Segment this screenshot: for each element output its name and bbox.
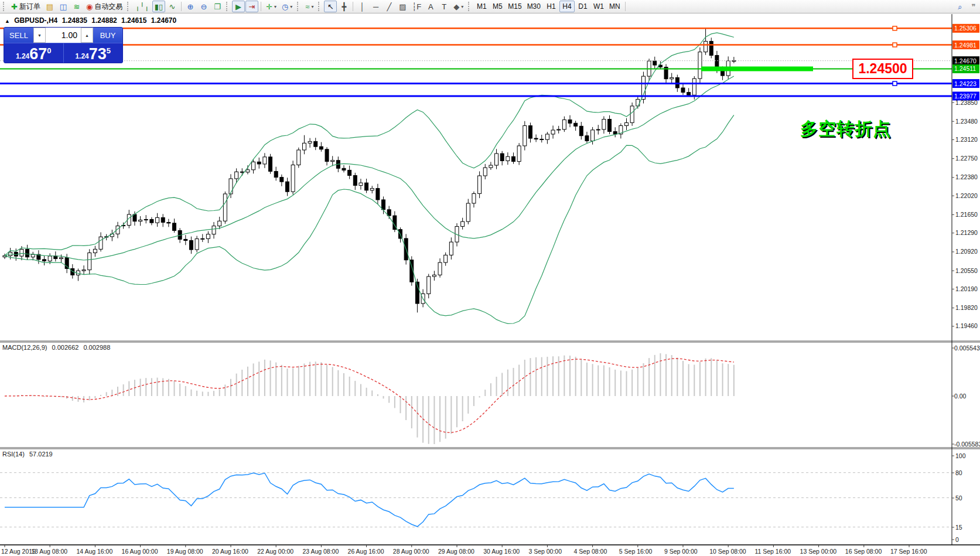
candle-body xyxy=(60,258,63,259)
market-watch-button[interactable]: ▤ xyxy=(43,1,56,12)
time-tick-label: 26 Aug 16:00 xyxy=(348,548,384,555)
indicators-button[interactable]: ✛▾ xyxy=(264,1,279,12)
time-tick-label: 23 Aug 08:00 xyxy=(302,548,339,555)
timeframe-mn-button[interactable]: MN xyxy=(607,1,623,12)
new-order-button[interactable]: ✚新订单 xyxy=(9,1,43,12)
timeframe-h4-button[interactable]: H4 xyxy=(559,1,575,12)
macd-signal-line xyxy=(5,359,734,433)
candle-body xyxy=(353,176,357,186)
text-icon: A xyxy=(428,3,433,11)
chat-button[interactable]: ❞ xyxy=(967,1,980,12)
collapse-panel-icon[interactable]: ▲ xyxy=(5,18,10,24)
price-tick-label: 1.22380 xyxy=(955,173,978,180)
bar-chart-button[interactable]: ╷╵╷ xyxy=(133,1,151,12)
price-tick-label: 1.23850 xyxy=(955,99,978,106)
macd-tick-label: 0.00 xyxy=(954,393,967,400)
candlestick-chart-button[interactable]: ▮▯ xyxy=(152,1,165,12)
candle-body xyxy=(348,170,351,175)
candle-body xyxy=(319,146,323,149)
timeframe-m30-button[interactable]: M30 xyxy=(525,1,543,12)
data-window-button[interactable]: ◫ xyxy=(57,1,70,12)
search-button[interactable]: ⌕ xyxy=(954,1,967,12)
volume-down-button[interactable]: ▼ xyxy=(33,28,46,43)
trade-panel-top-row: SELL ▼ 1.00 ▲ BUY xyxy=(4,28,122,43)
horizontal-line-button[interactable]: ─ xyxy=(369,1,382,12)
timeframe-h1-button[interactable]: H1 xyxy=(544,1,559,12)
candle-body xyxy=(449,242,453,255)
time-tick-label: 4 Sep 08:00 xyxy=(574,548,607,555)
fibonacci-button[interactable]: ┆F xyxy=(409,1,424,12)
timeframe-m15-button-label: M15 xyxy=(508,2,521,11)
equidistant-channel-button[interactable]: ▨ xyxy=(396,1,409,12)
templates-button[interactable]: ≈▾ xyxy=(303,1,316,12)
candle-body xyxy=(692,79,696,95)
signals-button[interactable]: ≋ xyxy=(70,1,83,12)
volume-up-button[interactable]: ▲ xyxy=(81,28,93,43)
candle-body xyxy=(297,150,301,165)
zoom-out-button[interactable]: ⊖ xyxy=(197,1,210,12)
chart-shift-icon: ⇥ xyxy=(249,3,255,11)
periods-button[interactable]: ◷▾ xyxy=(279,1,295,12)
shapes-button[interactable]: ◆▾ xyxy=(451,1,466,12)
toolbar-grip xyxy=(318,2,322,11)
timeframe-m15-button[interactable]: M15 xyxy=(506,1,524,12)
candle-body xyxy=(184,239,187,240)
sell-price-big: 67 xyxy=(29,47,47,62)
timeframe-d1-button[interactable]: D1 xyxy=(575,1,590,12)
rsi-tick-label: 15 xyxy=(955,524,962,531)
chart-shift-button[interactable]: ⇥ xyxy=(245,1,258,12)
candle-body xyxy=(235,172,238,179)
resistance-line-anchor[interactable] xyxy=(893,43,897,47)
sell-price[interactable]: 1.24 67 0 xyxy=(4,43,64,63)
candle-body xyxy=(257,162,261,164)
pivot-line-highlight[interactable] xyxy=(701,66,813,71)
buy-price[interactable]: 1.24 73 5 xyxy=(64,43,123,63)
zoom-out-icon: ⊖ xyxy=(201,3,207,11)
chart-canvas[interactable]: 1.253061.249811.246701.245111.242231.239… xyxy=(0,0,980,556)
turning-point-annotation[interactable]: 多空转折点 xyxy=(800,117,891,141)
line-chart-button[interactable]: ∿ xyxy=(166,1,179,12)
chat-icon: ❞ xyxy=(972,3,976,11)
buy-price-big: 73 xyxy=(89,47,107,62)
timeframe-mn-button-label: MN xyxy=(609,2,620,11)
text-button[interactable]: A xyxy=(424,1,437,12)
text-label-button[interactable]: T xyxy=(438,1,450,12)
candle-body xyxy=(206,234,210,239)
price-tick-label: 1.19460 xyxy=(955,322,978,329)
price-tick-label: 1.22020 xyxy=(955,192,978,199)
price-tick-label: 1.22750 xyxy=(955,155,978,162)
sell-button[interactable]: SELL xyxy=(4,28,33,43)
candle-body xyxy=(240,172,244,172)
volume-input[interactable]: 1.00 xyxy=(46,28,81,43)
trendline-button[interactable]: ╱ xyxy=(383,1,395,12)
timeframe-m5-button[interactable]: M5 xyxy=(490,1,505,12)
timeframe-w1-button[interactable]: W1 xyxy=(591,1,606,12)
candlestick-chart-icon: ▮▯ xyxy=(155,3,163,11)
candle-body xyxy=(280,178,284,182)
dropdown-caret-icon: ▾ xyxy=(311,4,313,9)
price-annotation-box[interactable]: 1.24500 xyxy=(852,59,913,79)
candle-body xyxy=(478,176,482,193)
zoom-in-button[interactable]: ⊕ xyxy=(184,1,197,12)
cursor-icon: ↖ xyxy=(327,3,334,11)
candle-body xyxy=(223,194,227,221)
candle-body xyxy=(201,238,204,239)
candle-body xyxy=(630,106,634,122)
auto-scroll-button[interactable]: ▶ xyxy=(232,1,245,12)
tile-windows-button[interactable]: ❐ xyxy=(211,1,224,12)
ohlc-open: 1.24835 xyxy=(62,16,87,25)
resistance-line-upper-anchor[interactable] xyxy=(893,26,897,30)
time-tick-label: 5 Sep 16:00 xyxy=(619,548,653,555)
timeframe-m1-button[interactable]: M1 xyxy=(474,1,489,12)
cursor-button[interactable]: ↖ xyxy=(324,1,337,12)
price-tick-label: 1.23480 xyxy=(955,118,978,125)
candle-body xyxy=(144,220,148,220)
autotrading-button[interactable]: ◉自动交易 xyxy=(84,1,125,12)
toolbar-grip xyxy=(226,2,230,11)
buy-button[interactable]: BUY xyxy=(93,28,122,43)
vertical-line-button[interactable]: │ xyxy=(356,1,368,12)
crosshair-button[interactable]: ╋ xyxy=(337,1,350,12)
candle-body xyxy=(269,157,272,172)
text-label-icon: T xyxy=(442,3,446,11)
support-line-upper-anchor[interactable] xyxy=(893,81,897,86)
